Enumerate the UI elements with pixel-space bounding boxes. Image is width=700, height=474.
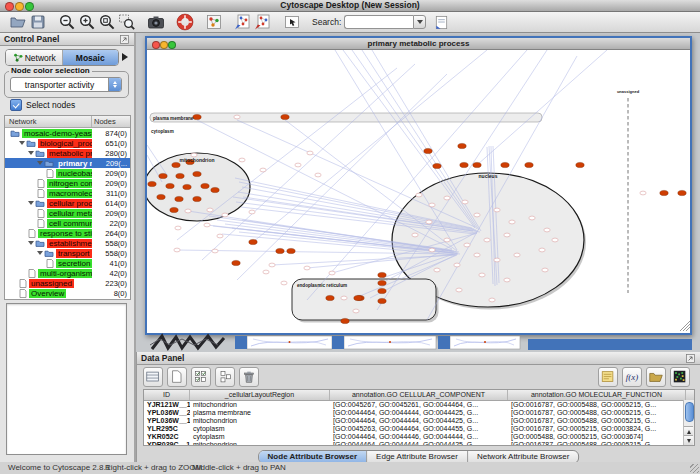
graph-node[interactable] [504,278,510,282]
graph-node[interactable] [353,309,359,313]
tab-overflow-arrow-icon[interactable] [122,53,128,61]
float-panel-icon[interactable] [119,34,130,45]
search-dropdown-button[interactable] [413,15,426,29]
tree-row[interactable]: secretion41(0) [5,258,130,268]
graph-node[interactable] [174,248,180,252]
table-row[interactable]: YPL036W__2plasma membrane[GO:0044464, GO… [144,409,694,417]
graph-node-orange[interactable] [172,162,180,167]
graph-node-orange[interactable] [678,190,686,195]
close-window-icon[interactable] [5,2,14,11]
graph-node[interactable] [456,288,462,292]
graph-node[interactable] [484,238,490,242]
graph-node[interactable] [444,238,450,242]
graph-node-orange[interactable] [201,183,209,188]
attribute-batch-icon[interactable] [598,367,618,387]
graph-node[interactable] [544,228,550,232]
graph-node[interactable] [329,271,335,275]
help-ring-icon[interactable] [175,12,195,32]
graph-node[interactable] [426,220,432,224]
graph-node-orange[interactable] [378,280,386,285]
expander-icon[interactable] [28,151,34,155]
formula-builder-icon[interactable]: f(x) [622,367,642,387]
tree-row[interactable]: multi-organism pro42(0) [5,268,130,278]
network-canvas[interactable]: plasma membranecytoplasmmitochondrionnuc… [147,50,690,332]
expander-icon[interactable] [37,161,43,165]
app-titlebar[interactable]: Cytoscape Desktop (New Session) [0,0,700,12]
tab-network[interactable]: Network [6,50,62,65]
graph-node[interactable] [249,210,255,214]
graph-node-orange[interactable] [660,190,668,195]
graph-node[interactable] [514,253,520,257]
graph-node[interactable] [217,234,223,238]
graph-node-orange[interactable] [458,143,466,148]
graph-node-orange[interactable] [378,272,386,277]
graph-node-orange[interactable] [193,196,201,201]
graph-node[interactable] [412,233,418,237]
resize-grip[interactable] [690,464,699,473]
graph-node[interactable] [281,281,287,285]
graph-node[interactable] [462,200,468,204]
graph-node-orange[interactable] [378,288,386,293]
graph-node[interactable] [234,115,240,119]
expander-icon[interactable] [28,201,34,205]
graph-node-orange[interactable] [525,162,533,167]
tree-row[interactable]: macromolecule311(0) [5,188,130,198]
column-header[interactable]: annotation.GO CELLULAR_COMPONENT [330,390,508,400]
graph-node[interactable] [539,248,545,252]
graph-node-orange[interactable] [281,114,289,119]
graph-node[interactable] [474,213,480,217]
tree-row[interactable]: nitrogen compo209(0) [5,178,130,188]
network-canvas-container[interactable]: plasma membranecytoplasmmitochondrionnuc… [147,50,690,332]
graph-node-orange[interactable] [576,162,584,167]
column-header[interactable]: _cellularLayoutRegion [190,390,330,400]
import-network-icon[interactable] [233,12,253,32]
graph-node-orange[interactable] [193,114,201,119]
import-table-icon[interactable] [253,12,273,32]
expander-icon[interactable] [19,141,25,145]
tree-row[interactable]: biological_process651(0) [5,138,130,148]
unselect-attributes-icon[interactable] [215,367,235,387]
graph-node[interactable] [464,243,470,247]
tree-row[interactable]: unassigned223(0) [5,278,130,288]
graph-node-orange[interactable] [159,173,167,178]
graph-node-orange[interactable] [424,148,432,153]
graph-node[interactable] [429,203,435,207]
tree-row[interactable]: mosaic-demo-yeast874(0) [5,128,130,138]
graph-node[interactable] [304,266,310,270]
tree-row[interactable]: nucleobase-209(0) [5,168,130,178]
graph-node[interactable] [479,273,485,277]
region-plasma-membrane[interactable] [150,113,542,122]
graph-node[interactable] [640,191,646,195]
graph-node[interactable] [263,270,269,274]
tree-row[interactable]: primary metabo209(... [5,158,130,168]
float-panel-icon[interactable] [685,353,696,364]
column-header[interactable]: annotation.GO MOLECULAR_FUNCTION [508,390,686,400]
graph-node-orange[interactable] [170,207,178,212]
window-resize-grip[interactable] [680,321,690,331]
graph-node-orange[interactable] [183,184,191,189]
open-session-icon[interactable] [8,12,28,32]
graph-node[interactable] [489,298,495,302]
graph-node[interactable] [494,258,500,262]
graph-node-orange[interactable] [326,295,334,300]
graph-node-orange[interactable] [157,194,165,199]
dropdown-stepper-icon[interactable] [108,78,121,91]
network-view-window[interactable]: primary metabolic process plasma membran… [145,36,692,335]
graph-node[interactable] [239,158,245,162]
annotation-tool-icon[interactable] [282,12,302,32]
graph-node-orange[interactable] [193,171,201,176]
birds-eye-view[interactable] [6,303,127,455]
graph-node[interactable] [204,223,210,227]
zoom-out-icon[interactable] [57,12,77,32]
graph-node[interactable] [207,208,213,212]
background-window-frame[interactable] [332,336,344,349]
graph-node-orange[interactable] [460,162,468,167]
graph-node[interactable] [504,233,510,237]
graph-node-orange[interactable] [287,248,295,253]
scrollbar-thumb[interactable] [685,402,694,422]
graph-node[interactable] [542,268,548,272]
tree-row[interactable]: Overview8(0) [5,288,130,298]
graph-node[interactable] [175,226,181,230]
graph-node-orange[interactable] [249,239,257,244]
tree-row[interactable]: establishment of lo558(0) [5,238,130,248]
